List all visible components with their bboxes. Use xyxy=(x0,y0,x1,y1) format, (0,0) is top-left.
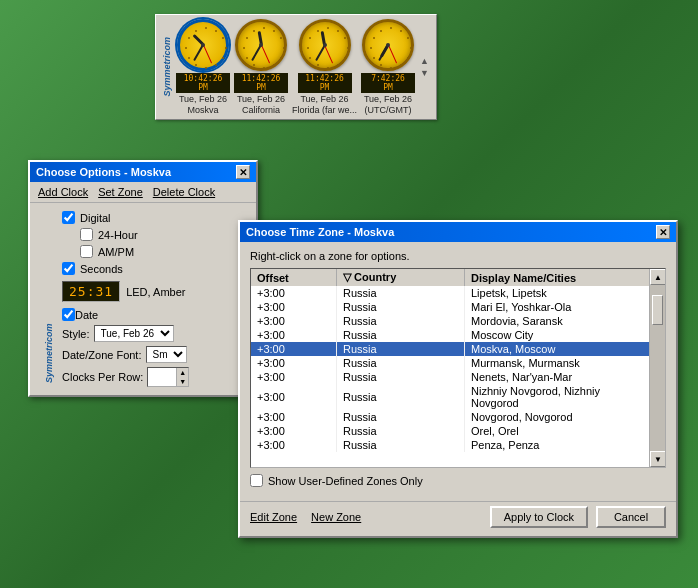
col-display[interactable]: Display Name/Cities xyxy=(465,269,665,286)
date-label: Date xyxy=(75,309,98,321)
user-defined-checkbox[interactable] xyxy=(250,474,263,487)
seconds-checkbox[interactable] xyxy=(62,262,75,275)
cell-offset: +3:00 xyxy=(251,286,337,300)
cell-display: Nizhniy Novgorod, Nizhniy Novgorod xyxy=(465,384,665,410)
scroll-down-btn[interactable]: ▼ xyxy=(419,67,430,79)
spinner-up[interactable]: ▲ xyxy=(177,368,188,377)
edit-zone-link[interactable]: Edit Zone xyxy=(250,511,297,523)
tz-scroll-thumb[interactable] xyxy=(652,295,663,325)
clock-date-line: Tue, Feb 26 xyxy=(179,94,227,104)
ampm-checkbox[interactable] xyxy=(80,245,93,258)
led-time: 25:31 xyxy=(62,281,120,302)
clocks-per-row-spinner: 6 ▲ ▼ xyxy=(147,367,189,387)
clock-center xyxy=(386,43,390,47)
hour24-label: 24-Hour xyxy=(98,229,138,241)
clocks-per-row-row: Clocks Per Row: 6 ▲ ▼ xyxy=(62,367,248,387)
second-hand xyxy=(324,45,333,64)
spinner-down[interactable]: ▼ xyxy=(177,377,188,386)
user-defined-label: Show User-Defined Zones Only xyxy=(268,475,423,487)
cell-offset: +3:00 xyxy=(251,370,337,384)
clock-label: (UTC/GMT) xyxy=(365,105,412,115)
style-select[interactable]: Tue, Feb 26 xyxy=(94,325,174,342)
cell-offset: +3:00 xyxy=(251,314,337,328)
tz-close-btn[interactable]: ✕ xyxy=(656,225,670,239)
clock-time-display: 11:42:26 PM xyxy=(298,73,352,93)
clock-face-moskva xyxy=(177,19,229,71)
tz-footer: Edit Zone New Zone Apply to Clock Cancel xyxy=(240,501,676,536)
delete-clock-menu[interactable]: Delete Clock xyxy=(153,186,215,198)
clock-time-display: 10:42:26 PM xyxy=(176,73,230,93)
table-row[interactable]: +3:00RussiaNenets, Nar'yan-Mar xyxy=(251,370,665,384)
clock-item-california[interactable]: 11:42:26 PMTue, Feb 26California xyxy=(234,19,288,115)
cell-display: Mari El, Yoshkar-Ola xyxy=(465,300,665,314)
font-label: Date/Zone Font: xyxy=(62,349,142,361)
clock-center xyxy=(259,43,263,47)
table-row[interactable]: +3:00RussiaMoscow City xyxy=(251,328,665,342)
clocks-per-row-label: Clocks Per Row: xyxy=(62,371,143,383)
add-clock-menu[interactable]: Add Clock xyxy=(38,186,88,198)
clock-date-line: Tue, Feb 26 xyxy=(300,94,348,104)
table-row[interactable]: +3:00RussiaMordovia, Saransk xyxy=(251,314,665,328)
date-checkbox[interactable] xyxy=(62,308,75,321)
col-country[interactable]: ▽ Country xyxy=(337,269,465,286)
clock-item-moskva[interactable]: 10:42:26 PMTue, Feb 26Moskva xyxy=(176,19,230,115)
hour24-checkbox[interactable] xyxy=(80,228,93,241)
table-row[interactable]: +3:00RussiaLipetsk, Lipetsk xyxy=(251,286,665,300)
table-row[interactable]: +3:00RussiaNovgorod, Novgorod xyxy=(251,410,665,424)
clock-center xyxy=(323,43,327,47)
digital-row: Digital xyxy=(62,211,248,224)
tz-scroll-track xyxy=(650,285,665,451)
clock-date-line: Tue, Feb 26 xyxy=(237,94,285,104)
cell-offset: +3:00 xyxy=(251,410,337,424)
table-row[interactable]: +3:00RussiaOrel, Orel xyxy=(251,424,665,438)
clock-label: Florida (far we... xyxy=(292,105,357,115)
font-select[interactable]: Sm xyxy=(146,346,187,363)
cell-display: Murmansk, Murmansk xyxy=(465,356,665,370)
apply-btn[interactable]: Apply to Clock xyxy=(490,506,588,528)
clock-center xyxy=(201,43,205,47)
set-zone-menu[interactable]: Set Zone xyxy=(98,186,143,198)
options-dialog: Choose Options - Moskva ✕ Add Clock Set … xyxy=(28,160,258,397)
seconds-row: Seconds xyxy=(62,262,248,275)
scroll-up-btn[interactable]: ▲ xyxy=(419,55,430,67)
cell-country: Russia xyxy=(337,370,465,384)
tz-footer-right: Apply to Clock Cancel xyxy=(490,506,666,528)
options-close-btn[interactable]: ✕ xyxy=(236,165,250,179)
cancel-btn[interactable]: Cancel xyxy=(596,506,666,528)
clock-label: California xyxy=(242,105,280,115)
clock-item-utcgmt[interactable]: 7:42:26 PMTue, Feb 26(UTC/GMT) xyxy=(361,19,415,115)
tz-scroll-up-btn[interactable]: ▲ xyxy=(650,269,666,285)
ampm-label: AM/PM xyxy=(98,246,134,258)
clock-time-display: 7:42:26 PM xyxy=(361,73,415,93)
font-row: Date/Zone Font: Sm xyxy=(62,346,248,363)
cell-display: Novgorod, Novgorod xyxy=(465,410,665,424)
tz-scroll-down-btn[interactable]: ▼ xyxy=(650,451,666,467)
clocks-per-row-input[interactable]: 6 xyxy=(148,371,176,383)
table-row[interactable]: +3:00RussiaMurmansk, Murmansk xyxy=(251,356,665,370)
digital-checkbox[interactable] xyxy=(62,211,75,224)
spinner-buttons: ▲ ▼ xyxy=(176,368,188,386)
second-hand xyxy=(388,45,397,64)
options-content: Digital 24-Hour AM/PM Seconds 25:31 LED,… xyxy=(62,211,248,387)
table-row[interactable]: +3:00RussiaMoskva, Moscow xyxy=(251,342,665,356)
options-logo: Symmetricom xyxy=(44,211,54,387)
cell-display: Lipetsk, Lipetsk xyxy=(465,286,665,300)
widget-scroll: ▲ ▼ xyxy=(419,55,430,79)
date-section: Date Style: Tue, Feb 26 Date/Zone Font: … xyxy=(62,308,248,387)
hour24-row: 24-Hour xyxy=(80,228,248,241)
tz-table-container: Offset ▽ Country Display Name/Cities +3:… xyxy=(250,268,666,468)
options-body: Symmetricom Digital 24-Hour AM/PM Second… xyxy=(30,203,256,395)
cell-country: Russia xyxy=(337,314,465,328)
col-offset[interactable]: Offset xyxy=(251,269,337,286)
table-row[interactable]: +3:00RussiaMari El, Yoshkar-Ola xyxy=(251,300,665,314)
cell-offset: +3:00 xyxy=(251,300,337,314)
digital-label: Digital xyxy=(80,212,111,224)
led-display-row: 25:31 LED, Amber xyxy=(62,281,248,302)
cell-display: Moskva, Moscow xyxy=(465,342,665,356)
cell-offset: +3:00 xyxy=(251,438,337,452)
table-row[interactable]: +3:00RussiaPenza, Penza xyxy=(251,438,665,452)
new-zone-link[interactable]: New Zone xyxy=(311,511,361,523)
cell-offset: +3:00 xyxy=(251,342,337,356)
table-row[interactable]: +3:00RussiaNizhniy Novgorod, Nizhniy Nov… xyxy=(251,384,665,410)
clock-item-florida[interactable]: 11:42:26 PMTue, Feb 26Florida (far we... xyxy=(292,19,357,115)
